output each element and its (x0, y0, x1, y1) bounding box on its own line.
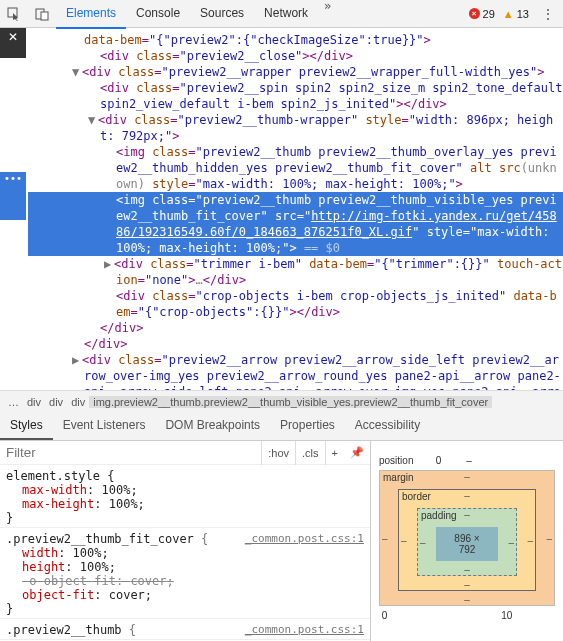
rule-element-style[interactable]: element.style { max-width: 100%; max-hei… (0, 465, 370, 528)
filter-bar: :hov .cls + 📌 (0, 441, 370, 465)
dom-node[interactable]: ▼<div class="preview2__thumb-wrapper" st… (28, 112, 563, 144)
inspect-icon[interactable] (0, 0, 28, 28)
rule-fit-cover[interactable]: .preview2__thumb_fit_cover {_common.post… (0, 528, 370, 619)
subtab-styles[interactable]: Styles (0, 412, 53, 440)
device-toggle-icon[interactable] (28, 0, 56, 28)
source-link[interactable]: _common.post.css:1 (245, 532, 364, 546)
tab-network[interactable]: Network (254, 0, 318, 29)
new-rule-button[interactable]: + (325, 441, 344, 465)
subtab-accessibility[interactable]: Accessibility (345, 412, 430, 440)
warning-icon: ▲ (503, 8, 514, 20)
error-icon: × (469, 8, 480, 19)
svg-rect-2 (41, 12, 48, 20)
dom-close[interactable]: </div> (28, 320, 563, 336)
rule-thumb[interactable]: .preview2__thumb {_common.post.css:1 (0, 619, 370, 640)
cls-toggle[interactable]: .cls (295, 441, 325, 465)
dom-node[interactable]: ▼<div class="preview2__wrapper preview2_… (28, 64, 563, 80)
crumb-div[interactable]: div (45, 396, 67, 408)
crumb-overflow[interactable]: … (4, 396, 23, 408)
subtab-properties[interactable]: Properties (270, 412, 345, 440)
collapse-triangle-icon[interactable]: ▶ (72, 352, 82, 368)
hov-toggle[interactable]: :hov (261, 441, 295, 465)
subtab-dom-breakpoints[interactable]: DOM Breakpoints (155, 412, 270, 440)
crumb-div[interactable]: div (23, 396, 45, 408)
crumb-current[interactable]: img.preview2__thumb.preview2__thumb_visi… (89, 396, 492, 408)
dom-node[interactable]: <div class="preview2__spin spin2 spin2_s… (28, 80, 563, 112)
error-counter[interactable]: ×29 (465, 8, 499, 20)
tab-sources[interactable]: Sources (190, 0, 254, 29)
subtab-event-listeners[interactable]: Event Listeners (53, 412, 156, 440)
breadcrumb[interactable]: … div div div img.preview2__thumb.previe… (0, 390, 563, 412)
tab-console[interactable]: Console (126, 0, 190, 29)
dom-node-selected[interactable]: <img class="preview2__thumb preview2__th… (28, 192, 563, 256)
styles-tabs: Styles Event Listeners DOM Breakpoints P… (0, 412, 563, 441)
dom-node[interactable]: <img class="preview2__thumb preview2__th… (28, 144, 563, 192)
more-tabs-chevron-icon[interactable]: » (318, 0, 337, 29)
styles-panel: :hov .cls + 📌 element.style { max-width:… (0, 441, 371, 641)
warning-counter[interactable]: ▲13 (499, 8, 533, 20)
collapse-triangle-icon[interactable]: ▶ (104, 256, 114, 272)
pin-icon[interactable]: 📌 (344, 441, 370, 465)
warning-count: 13 (517, 8, 529, 20)
selection-marker: ••• (0, 172, 26, 220)
tab-elements[interactable]: Elements (56, 0, 126, 29)
devtools-toolbar: Elements Console Sources Network » ×29 ▲… (0, 0, 563, 28)
dom-node[interactable]: <div class="crop-objects i-bem crop-obje… (28, 288, 563, 320)
expand-triangle-icon[interactable]: ▼ (72, 64, 82, 80)
box-content[interactable]: 896 × 792 (436, 527, 498, 561)
crumb-div[interactable]: div (67, 396, 89, 408)
dom-tree[interactable]: data-bem="{"preview2":{"checkImageSize":… (0, 28, 563, 390)
filter-input[interactable] (0, 441, 261, 464)
dom-attr[interactable]: data-bem="{"preview2":{"checkImageSize":… (28, 32, 563, 48)
settings-kebab-icon[interactable]: ⋮ (533, 6, 563, 22)
dom-node[interactable]: ▶<div class="trimmer i-bem" data-bem="{"… (28, 256, 563, 288)
dom-close[interactable]: </div> (28, 336, 563, 352)
dom-node[interactable]: <div class="preview2__close"></div> (28, 48, 563, 64)
box-border[interactable]: border –––– padding –––– 896 × 792 (398, 489, 536, 591)
box-margin[interactable]: margin –––– border –––– padding –––– 896… (379, 470, 555, 606)
error-count: 29 (483, 8, 495, 20)
box-padding[interactable]: padding –––– 896 × 792 (417, 508, 517, 576)
source-link[interactable]: _common.post.css:1 (245, 623, 364, 637)
panel-tabs: Elements Console Sources Network » (56, 0, 337, 29)
lower-pane: :hov .cls + 📌 element.style { max-width:… (0, 441, 563, 641)
box-model: position 0 – margin –––– border –––– pad… (371, 441, 563, 641)
expand-triangle-icon[interactable]: ▼ (88, 112, 98, 128)
dom-node[interactable]: ▶<div class="preview2__arrow preview2__a… (28, 352, 563, 390)
